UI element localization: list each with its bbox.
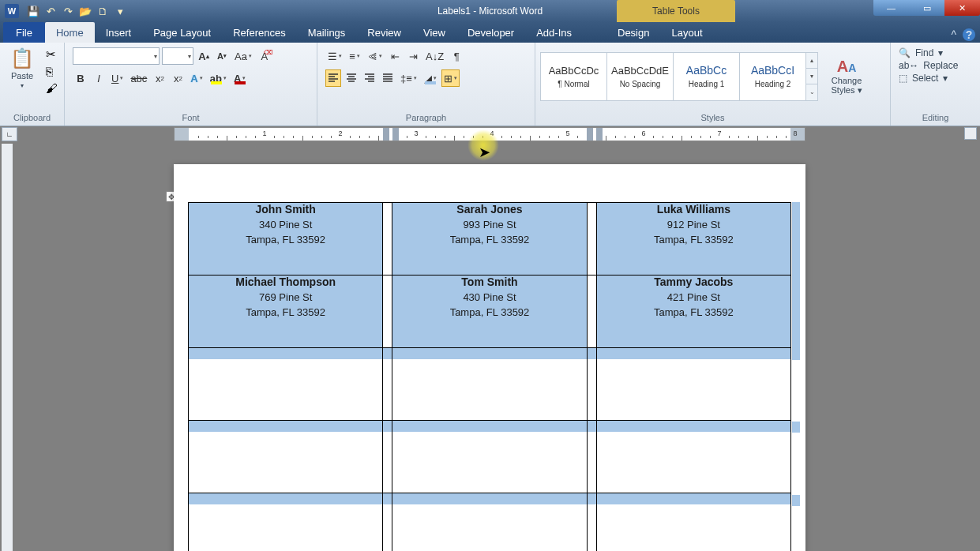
format-painter-icon[interactable]: 🖌 [46,81,58,95]
table-row[interactable]: Michael Thompson 769 Pine St Tampa, FL 3… [189,276,791,348]
tab-file[interactable]: File [3,22,45,43]
label-cell[interactable] [596,493,790,552]
label-cell[interactable]: Michael Thompson 769 Pine St Tampa, FL 3… [189,276,383,348]
tab-layout[interactable]: Layout [660,22,713,43]
label-cell[interactable] [189,348,383,421]
paste-button[interactable]: 📋 Paste ▾ [6,47,38,103]
strikethrough-button[interactable]: abc [128,69,149,87]
style-heading-1[interactable]: AaBbCc Heading 1 [673,52,740,101]
label-cell[interactable] [596,348,790,421]
decrease-indent-button[interactable]: ⇤ [387,47,403,65]
tab-add-ins[interactable]: Add-Ins [525,22,583,43]
tab-review[interactable]: Review [356,22,412,43]
label-cell[interactable]: John Smith 340 Pine St Tampa, FL 33592 [189,203,383,276]
multilevel-list-button[interactable]: ⫷ [365,47,385,65]
align-center-button[interactable] [344,69,359,87]
increase-indent-button[interactable]: ⇥ [405,47,421,65]
label-cell[interactable] [392,421,587,493]
table-row[interactable] [189,348,791,421]
table-row[interactable] [189,493,791,552]
font-color-button[interactable]: A [231,69,248,87]
cut-icon[interactable]: ✂ [46,47,58,62]
tab-mailings[interactable]: Mailings [297,22,357,43]
shrink-font-button[interactable]: A▾ [214,47,230,65]
bullets-button[interactable]: ☰ [325,47,344,65]
word-app-icon: W [5,4,19,18]
style-heading-2[interactable]: AaBbCcI Heading 2 [739,52,806,101]
superscript-button[interactable]: x2 [170,69,186,87]
sort-button[interactable]: A↓Z [423,47,446,65]
qat-customize-icon[interactable]: ▾ [112,4,128,18]
justify-button[interactable] [380,69,396,87]
horizontal-ruler[interactable]: 12345678 [174,127,805,141]
bold-button[interactable]: B [73,69,88,87]
find-button[interactable]: 🔍Find ▾ [899,47,943,58]
page[interactable]: John Smith 340 Pine St Tampa, FL 33592 S… [174,164,805,551]
minimize-ribbon-icon[interactable]: ^ [951,28,956,41]
tab-insert[interactable]: Insert [95,22,143,43]
table-row[interactable]: John Smith 340 Pine St Tampa, FL 33592 S… [189,203,791,276]
tab-selector[interactable]: ∟ [2,127,17,141]
tab-home[interactable]: Home [45,22,95,43]
maximize-button[interactable]: ▭ [909,0,944,16]
label-cell[interactable] [392,348,587,421]
styles-gallery[interactable]: AaBbCcDc ¶ Normal AaBbCcDdE No Spacing A… [540,52,818,101]
label-cell[interactable] [189,493,383,552]
qat-new-icon[interactable]: 🗋 [95,4,111,18]
gallery-up-icon[interactable]: ▴ [806,53,817,69]
help-icon[interactable]: ? [963,28,975,41]
style-no-spacing[interactable]: AaBbCcDdE No Spacing [606,52,674,101]
replace-button[interactable]: ab↔Replace [899,60,958,71]
label-cell[interactable]: Luka Williams 912 Pine St Tampa, FL 3359… [596,203,790,276]
label-cell[interactable]: Tom Smith 430 Pine St Tampa, FL 33592 [392,276,587,348]
qat-save-icon[interactable]: 💾 [25,4,41,18]
font-name-combo[interactable]: ▾ [73,47,160,65]
highlight-button[interactable]: ab [208,69,229,87]
label-cell[interactable] [392,493,587,552]
gap-cell [587,203,596,276]
gallery-more-icon[interactable]: ⌄ [806,84,817,99]
tab-developer[interactable]: Developer [456,22,525,43]
label-cell[interactable] [189,421,383,493]
view-ruler-toggle[interactable] [964,127,977,140]
close-button[interactable]: ✕ [944,0,980,16]
copy-icon[interactable]: ⎘ [46,65,58,78]
subscript-button[interactable]: x2 [152,69,167,87]
group-editing: 🔍Find ▾ ab↔Replace ⬚Select ▾ Editing [891,43,980,126]
minimize-button[interactable]: — [873,0,909,16]
label-cell[interactable]: Tammy Jacobs 421 Pine St Tampa, FL 33592 [596,276,790,348]
qat-redo-icon[interactable]: ↷ [60,4,76,18]
style-normal[interactable]: AaBbCcDc ¶ Normal [540,52,607,101]
label-cell[interactable]: Sarah Jones 993 Pine St Tampa, FL 33592 [392,203,587,276]
borders-button[interactable]: ⊞ [441,69,460,87]
page-canvas[interactable]: ✥ John Smith 340 Pine St Tampa, FL 33592… [16,144,980,551]
gallery-scroll[interactable]: ▴ ▾ ⌄ [805,52,818,101]
document-area: ✥ John Smith 340 Pine St Tampa, FL 33592… [0,144,980,551]
label-table[interactable]: John Smith 340 Pine St Tampa, FL 33592 S… [188,202,791,551]
font-size-combo[interactable]: ▾ [162,47,193,65]
qat-open-icon[interactable]: 📂 [77,4,93,18]
tab-design[interactable]: Design [606,22,660,43]
select-button[interactable]: ⬚Select ▾ [899,73,948,84]
label-cell[interactable] [596,421,790,493]
align-left-button[interactable] [325,69,341,87]
underline-button[interactable]: U [109,69,126,87]
show-hide-button[interactable]: ¶ [449,47,464,65]
clear-formatting-button[interactable]: A⌫ [257,47,272,65]
line-spacing-button[interactable]: ‡≡ [398,69,419,87]
ruler-row: ∟ 12345678 [0,126,980,144]
table-row[interactable] [189,421,791,493]
tab-page-layout[interactable]: Page Layout [142,22,222,43]
change-case-button[interactable]: Aa [232,47,254,65]
align-right-button[interactable] [362,69,377,87]
change-styles-button[interactable]: AA Change Styles ▾ [824,49,869,104]
numbering-button[interactable]: ≡ [347,47,362,65]
tab-view[interactable]: View [412,22,456,43]
tab-references[interactable]: References [222,22,296,43]
text-effects-button[interactable]: A [188,69,205,87]
qat-undo-icon[interactable]: ↶ [43,4,58,18]
gallery-down-icon[interactable]: ▾ [806,69,817,84]
grow-font-button[interactable]: A▴ [196,47,212,65]
shading-button[interactable]: ◢ [422,69,439,87]
italic-button[interactable]: I [91,69,107,87]
